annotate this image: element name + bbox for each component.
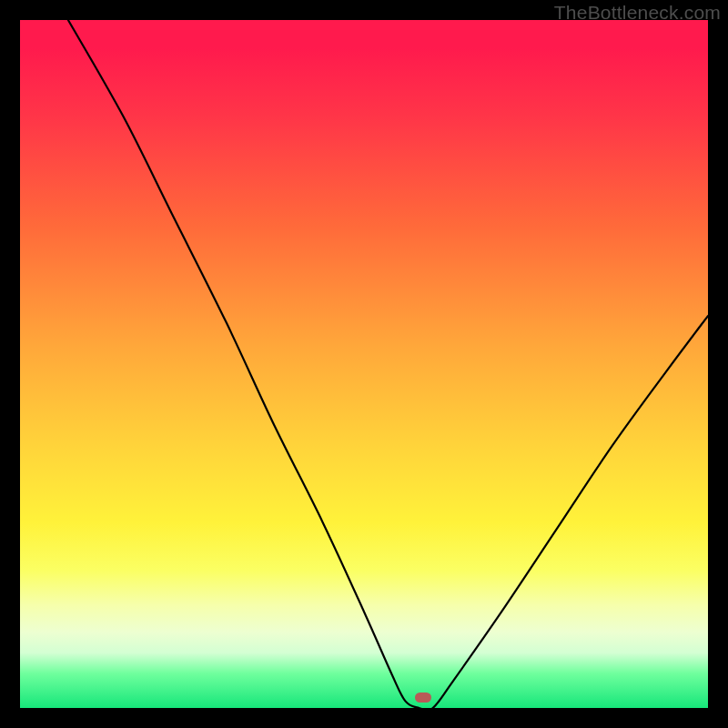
- plot-area: [20, 20, 708, 708]
- curve-path: [68, 20, 708, 708]
- chart-frame: TheBottleneck.com: [0, 0, 728, 728]
- watermark-text: TheBottleneck.com: [554, 2, 721, 24]
- bottleneck-curve: [20, 20, 708, 708]
- optimal-point-marker: [415, 693, 431, 703]
